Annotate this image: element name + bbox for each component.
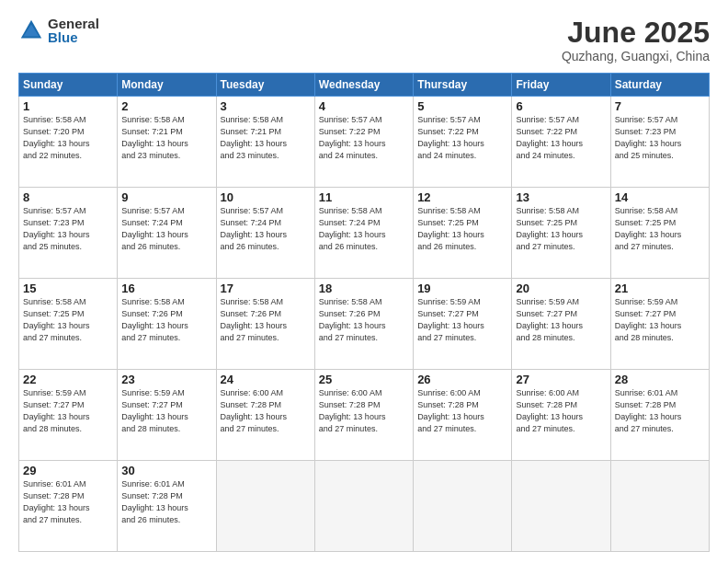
day-number: 6: [516, 99, 606, 113]
calendar-day-cell: 27Sunrise: 6:00 AM Sunset: 7:28 PM Dayli…: [512, 370, 610, 461]
calendar-header-friday: Friday: [512, 74, 610, 97]
day-number: 23: [121, 373, 211, 386]
calendar-header-sunday: Sunday: [19, 74, 118, 97]
day-info: Sunrise: 5:57 AM Sunset: 7:24 PM Dayligh…: [121, 205, 211, 253]
logo-icon: [18, 17, 44, 43]
day-number: 19: [417, 282, 507, 295]
day-number: 1: [23, 99, 113, 113]
day-info: Sunrise: 6:00 AM Sunset: 7:28 PM Dayligh…: [319, 387, 409, 435]
day-info: Sunrise: 5:58 AM Sunset: 7:25 PM Dayligh…: [615, 205, 705, 253]
day-info: Sunrise: 5:58 AM Sunset: 7:25 PM Dayligh…: [417, 205, 507, 253]
day-number: 20: [516, 282, 606, 295]
calendar-day-cell: [512, 461, 610, 552]
calendar-day-cell: 17Sunrise: 5:58 AM Sunset: 7:26 PM Dayli…: [216, 279, 314, 370]
calendar-day-cell: 21Sunrise: 5:59 AM Sunset: 7:27 PM Dayli…: [610, 279, 709, 370]
header: General Blue June 2025 Quzhang, Guangxi,…: [18, 17, 710, 63]
calendar-day-cell: 19Sunrise: 5:59 AM Sunset: 7:27 PM Dayli…: [414, 279, 512, 370]
day-number: 30: [121, 464, 211, 477]
day-info: Sunrise: 6:01 AM Sunset: 7:28 PM Dayligh…: [121, 478, 211, 526]
day-number: 21: [615, 282, 705, 295]
calendar-day-cell: 12Sunrise: 5:58 AM Sunset: 7:25 PM Dayli…: [414, 188, 512, 279]
day-info: Sunrise: 5:59 AM Sunset: 7:27 PM Dayligh…: [23, 387, 113, 435]
calendar-day-cell: 28Sunrise: 6:01 AM Sunset: 7:28 PM Dayli…: [610, 370, 709, 461]
day-number: 28: [615, 373, 705, 386]
logo-general-text: General: [48, 17, 99, 30]
calendar-day-cell: 5Sunrise: 5:57 AM Sunset: 7:22 PM Daylig…: [414, 97, 512, 188]
calendar-day-cell: 13Sunrise: 5:58 AM Sunset: 7:25 PM Dayli…: [512, 188, 610, 279]
day-info: Sunrise: 6:00 AM Sunset: 7:28 PM Dayligh…: [516, 387, 606, 435]
day-number: 25: [319, 373, 409, 386]
day-info: Sunrise: 5:57 AM Sunset: 7:22 PM Dayligh…: [417, 114, 507, 162]
day-number: 13: [516, 190, 606, 204]
day-info: Sunrise: 5:57 AM Sunset: 7:22 PM Dayligh…: [516, 114, 606, 162]
day-number: 11: [319, 190, 409, 204]
day-number: 24: [221, 373, 311, 386]
day-info: Sunrise: 5:58 AM Sunset: 7:25 PM Dayligh…: [516, 205, 606, 253]
day-info: Sunrise: 5:58 AM Sunset: 7:21 PM Dayligh…: [221, 114, 311, 162]
calendar-day-cell: 15Sunrise: 5:58 AM Sunset: 7:25 PM Dayli…: [19, 279, 118, 370]
day-info: Sunrise: 5:58 AM Sunset: 7:21 PM Dayligh…: [121, 114, 211, 162]
calendar-day-cell: 29Sunrise: 6:01 AM Sunset: 7:28 PM Dayli…: [19, 461, 118, 552]
day-info: Sunrise: 5:59 AM Sunset: 7:27 PM Dayligh…: [417, 296, 507, 344]
day-number: 22: [23, 373, 113, 386]
calendar-day-cell: 11Sunrise: 5:58 AM Sunset: 7:24 PM Dayli…: [314, 188, 413, 279]
day-number: 27: [516, 373, 606, 386]
calendar-week-row: 15Sunrise: 5:58 AM Sunset: 7:25 PM Dayli…: [19, 279, 710, 370]
title-block: June 2025 Quzhang, Guangxi, China: [562, 17, 710, 63]
day-info: Sunrise: 5:59 AM Sunset: 7:27 PM Dayligh…: [121, 387, 211, 435]
calendar-day-cell: 7Sunrise: 5:57 AM Sunset: 7:23 PM Daylig…: [610, 97, 709, 188]
calendar-day-cell: 25Sunrise: 6:00 AM Sunset: 7:28 PM Dayli…: [314, 370, 413, 461]
calendar-day-cell: 1Sunrise: 5:58 AM Sunset: 7:20 PM Daylig…: [19, 97, 118, 188]
calendar-week-row: 1Sunrise: 5:58 AM Sunset: 7:20 PM Daylig…: [19, 97, 710, 188]
day-number: 9: [121, 190, 211, 204]
calendar-header-thursday: Thursday: [414, 74, 512, 97]
calendar-week-row: 29Sunrise: 6:01 AM Sunset: 7:28 PM Dayli…: [19, 461, 710, 552]
logo-text: General Blue: [48, 17, 99, 44]
calendar-day-cell: 26Sunrise: 6:00 AM Sunset: 7:28 PM Dayli…: [414, 370, 512, 461]
day-number: 12: [417, 190, 507, 204]
day-info: Sunrise: 5:58 AM Sunset: 7:20 PM Dayligh…: [23, 114, 113, 162]
day-info: Sunrise: 6:00 AM Sunset: 7:28 PM Dayligh…: [221, 387, 311, 435]
day-number: 15: [23, 282, 113, 295]
calendar-day-cell: 18Sunrise: 5:58 AM Sunset: 7:26 PM Dayli…: [314, 279, 413, 370]
day-number: 14: [615, 190, 705, 204]
day-info: Sunrise: 5:58 AM Sunset: 7:25 PM Dayligh…: [23, 296, 113, 344]
calendar-week-row: 22Sunrise: 5:59 AM Sunset: 7:27 PM Dayli…: [19, 370, 710, 461]
calendar-day-cell: [610, 461, 709, 552]
day-info: Sunrise: 6:00 AM Sunset: 7:28 PM Dayligh…: [417, 387, 507, 435]
calendar-day-cell: 16Sunrise: 5:58 AM Sunset: 7:26 PM Dayli…: [118, 279, 216, 370]
day-number: 16: [121, 282, 211, 295]
calendar-day-cell: 24Sunrise: 6:00 AM Sunset: 7:28 PM Dayli…: [216, 370, 314, 461]
calendar-header-row: SundayMondayTuesdayWednesdayThursdayFrid…: [19, 74, 710, 97]
calendar-day-cell: 23Sunrise: 5:59 AM Sunset: 7:27 PM Dayli…: [118, 370, 216, 461]
day-number: 26: [417, 373, 507, 386]
calendar-day-cell: 30Sunrise: 6:01 AM Sunset: 7:28 PM Dayli…: [118, 461, 216, 552]
page: General Blue June 2025 Quzhang, Guangxi,…: [0, 0, 728, 563]
day-number: 5: [417, 99, 507, 113]
day-info: Sunrise: 5:59 AM Sunset: 7:27 PM Dayligh…: [516, 296, 606, 344]
day-number: 4: [319, 99, 409, 113]
calendar-day-cell: [216, 461, 314, 552]
day-number: 7: [615, 99, 705, 113]
day-info: Sunrise: 5:57 AM Sunset: 7:24 PM Dayligh…: [221, 205, 311, 253]
day-number: 10: [221, 190, 311, 204]
day-info: Sunrise: 5:58 AM Sunset: 7:24 PM Dayligh…: [319, 205, 409, 253]
day-info: Sunrise: 5:58 AM Sunset: 7:26 PM Dayligh…: [121, 296, 211, 344]
day-info: Sunrise: 6:01 AM Sunset: 7:28 PM Dayligh…: [615, 387, 705, 435]
calendar-day-cell: [314, 461, 413, 552]
day-info: Sunrise: 5:57 AM Sunset: 7:22 PM Dayligh…: [319, 114, 409, 162]
calendar-day-cell: 3Sunrise: 5:58 AM Sunset: 7:21 PM Daylig…: [216, 97, 314, 188]
day-info: Sunrise: 6:01 AM Sunset: 7:28 PM Dayligh…: [23, 478, 113, 526]
calendar-header-tuesday: Tuesday: [216, 74, 314, 97]
calendar-week-row: 8Sunrise: 5:57 AM Sunset: 7:23 PM Daylig…: [19, 188, 710, 279]
calendar-day-cell: 22Sunrise: 5:59 AM Sunset: 7:27 PM Dayli…: [19, 370, 118, 461]
day-number: 18: [319, 282, 409, 295]
day-number: 29: [23, 464, 113, 477]
day-info: Sunrise: 5:59 AM Sunset: 7:27 PM Dayligh…: [615, 296, 705, 344]
day-info: Sunrise: 5:58 AM Sunset: 7:26 PM Dayligh…: [221, 296, 311, 344]
calendar-day-cell: 8Sunrise: 5:57 AM Sunset: 7:23 PM Daylig…: [19, 188, 118, 279]
calendar-day-cell: 4Sunrise: 5:57 AM Sunset: 7:22 PM Daylig…: [314, 97, 413, 188]
day-number: 3: [221, 99, 311, 113]
calendar-header-monday: Monday: [118, 74, 216, 97]
calendar-header-wednesday: Wednesday: [314, 74, 413, 97]
